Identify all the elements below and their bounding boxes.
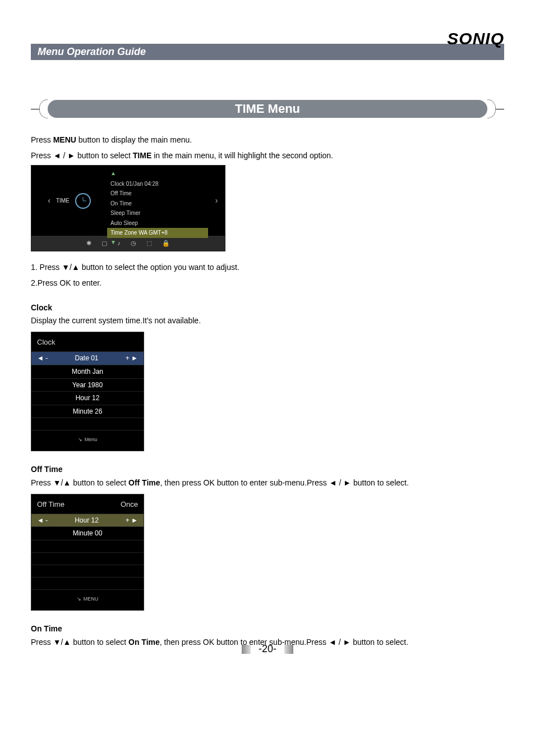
- clock-desc: Display the current system time.It's not…: [31, 315, 504, 327]
- text: Press: [31, 135, 53, 144]
- osd-category-label: TIME: [56, 196, 70, 205]
- panel-footer-text: Menu: [85, 437, 98, 442]
- panel-title: Clock: [31, 336, 144, 351]
- brand-logo: SONIQ: [447, 29, 504, 48]
- lock-icon: 🔒: [162, 239, 170, 248]
- text-bold: Off Time: [128, 478, 160, 487]
- panel-row: Hour 12: [31, 391, 144, 405]
- panel-row-value: Hour 12: [75, 515, 99, 526]
- panel-title-right: Once: [121, 499, 138, 510]
- offtime-heading: Off Time: [31, 464, 504, 476]
- music-icon: ♪: [117, 239, 121, 248]
- arrow-right-icon: ►: [131, 354, 138, 362]
- panel-row: Minute 00: [31, 526, 144, 540]
- plus-icon: +: [126, 354, 130, 362]
- chevron-left-icon: ‹: [48, 195, 50, 207]
- text-bold: TIME: [133, 151, 151, 160]
- chevron-right-icon: ›: [208, 166, 225, 236]
- text: button to display the main menu.: [76, 135, 192, 144]
- title-band: TIME Menu: [31, 99, 504, 118]
- minus-icon: -: [45, 516, 48, 524]
- osd-item: Off Time: [107, 189, 208, 199]
- osd-item: Auto Sleep: [107, 218, 208, 228]
- arrow-left-icon: ◄: [37, 516, 44, 524]
- step-2: 2.Press OK to enter.: [31, 277, 504, 290]
- grid-icon: ⬚: [146, 239, 152, 248]
- page-number: -20-: [242, 643, 293, 655]
- panel-row-empty: [31, 577, 144, 589]
- step-1: 1. Press ▼/▲ button to select the option…: [31, 262, 504, 274]
- osd-item: Sleep Timer: [107, 208, 208, 218]
- section-header: Menu Operation Guide: [31, 44, 504, 60]
- decorative-box: [284, 645, 293, 654]
- minus-icon: -: [45, 354, 48, 362]
- time-icon: ◷: [131, 239, 136, 248]
- panel-footer: ↘MENU: [31, 589, 144, 610]
- clock-icon: [75, 193, 91, 209]
- title-text: TIME Menu: [48, 100, 487, 118]
- arrow-left-icon: ◄: [37, 354, 44, 362]
- osd-time-menu: ‹ TIME ▲ Clock 01/Jan 04:28 Off Time On …: [31, 165, 225, 251]
- screen-icon: ▢: [102, 239, 107, 248]
- arrow-up-icon: ▲: [107, 169, 208, 178]
- panel-title-text: Clock: [37, 337, 56, 348]
- osd-item-list: ▲ Clock 01/Jan 04:28 Off Time On Time Sl…: [107, 166, 208, 236]
- offtime-desc: Press ▼/▲ button to select Off Time, the…: [31, 477, 504, 489]
- text: Press ▼/▲ button to select: [31, 638, 128, 647]
- panel-footer-text: MENU: [84, 596, 99, 602]
- decorative-box: [242, 645, 251, 654]
- panel-row-empty: [31, 552, 144, 565]
- panel-row-empty: [31, 418, 144, 430]
- intro-line-2: Press ◄ / ► button to select TIME in the…: [31, 150, 504, 162]
- arrow-right-icon: ►: [131, 516, 138, 524]
- gear-icon: ✱: [86, 239, 91, 248]
- osd-left-pane: ‹ TIME: [31, 166, 107, 236]
- page-number-text: -20-: [259, 643, 276, 655]
- panel-row: Year 1980: [31, 378, 144, 392]
- panel-row-empty: [31, 565, 144, 577]
- panel-row-highlighted: ◄ - Date 01 + ►: [31, 351, 144, 365]
- panel-row-value: Date 01: [75, 353, 98, 364]
- panel-title-left: Off Time: [37, 499, 64, 510]
- text: Press ▼/▲ button to select: [31, 478, 128, 487]
- panel-row: Minute 26: [31, 405, 144, 418]
- text-bold: MENU: [53, 135, 76, 144]
- osd-item: On Time: [107, 199, 208, 209]
- plus-icon: +: [126, 516, 130, 524]
- panel-title: Off Time Once: [31, 498, 144, 514]
- panel-row: Month Jan: [31, 365, 144, 378]
- intro-line-1: Press MENU button to display the main me…: [31, 134, 504, 146]
- text-bold: On Time: [128, 638, 160, 647]
- return-icon: ↘: [78, 437, 82, 442]
- return-icon: ↘: [77, 596, 81, 602]
- panel-footer: ↘Menu: [31, 430, 144, 451]
- ontime-heading: On Time: [31, 623, 504, 635]
- text: in the main menu, it will highlight the …: [151, 151, 333, 160]
- text: , then press OK button to enter sub-menu…: [160, 478, 409, 487]
- osd-item: Clock 01/Jan 04:28: [107, 179, 208, 189]
- panel-row-highlighted: ◄ - Hour 12 + ►: [31, 514, 144, 527]
- text: Press ◄ / ► button to select: [31, 151, 133, 160]
- panel-row-empty: [31, 540, 144, 552]
- clock-heading: Clock: [31, 302, 504, 314]
- osd-item-highlighted: Time Zone WA GMT+8: [107, 228, 208, 238]
- offtime-panel: Off Time Once ◄ - Hour 12 + ► Minute 00 …: [31, 494, 144, 611]
- arrow-down-icon: ▼: [107, 238, 208, 247]
- clock-panel: Clock ◄ - Date 01 + ► Month Jan Year 198…: [31, 332, 144, 451]
